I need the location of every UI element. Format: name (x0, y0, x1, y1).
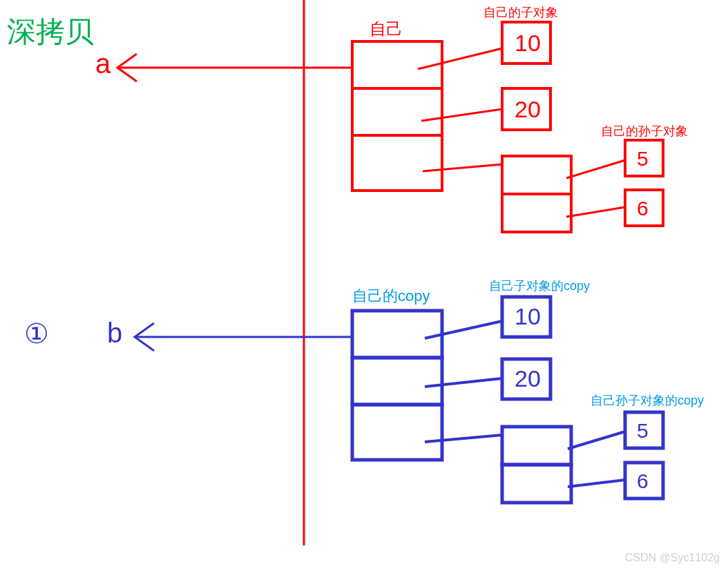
b-nested-cell-0 (502, 427, 571, 465)
b-link-child-0 (425, 321, 502, 338)
a-self-cell-2 (352, 135, 442, 191)
a-self-cell-0 (352, 41, 442, 88)
b-link-grand-0 (568, 432, 625, 449)
a-child-header: 自己的子对象 (483, 4, 558, 21)
a-self-cell-1 (352, 88, 442, 135)
b-grand-1-text: 6 (637, 470, 649, 492)
diagram-title: 深拷贝 (7, 12, 94, 51)
var-a-label: a (95, 48, 111, 79)
b-grand-header: 自己孙子对象的copy (591, 392, 704, 409)
b-self-cell-1 (352, 358, 442, 405)
a-link-child-0 (418, 48, 502, 69)
b-self-cell-0 (352, 311, 442, 358)
b-grand-0-text: 5 (637, 419, 649, 442)
a-link-child-1 (421, 109, 502, 121)
watermark: CSDN @Syc1102g (625, 552, 720, 564)
b-child-1-text: 20 (515, 365, 541, 391)
a-link-nested (423, 164, 502, 171)
a-child-1-text: 20 (515, 96, 541, 122)
b-self-cell-2 (352, 405, 442, 460)
a-link-grand-0 (566, 160, 625, 178)
b-link-nested (425, 435, 502, 442)
b-child-header: 自己子对象的copy (489, 278, 590, 294)
a-self-header: 自己 (370, 18, 403, 40)
a-link-grand-1 (566, 207, 625, 217)
a-child-0-text: 10 (515, 30, 541, 56)
a-grand-0-text: 5 (637, 147, 649, 170)
var-b-label: b (107, 318, 122, 349)
a-nested-cell-0 (502, 156, 571, 194)
a-nested-cell-1 (502, 194, 571, 232)
b-link-child-1 (425, 378, 502, 387)
b-child-0-text: 10 (515, 303, 541, 329)
b-self-header: 自己的copy (352, 286, 430, 307)
a-grand-header: 自己的孙子对象 (601, 123, 688, 139)
b-link-grand-1 (568, 480, 625, 487)
a-grand-1-text: 6 (637, 197, 649, 220)
step-marker: ① (24, 318, 49, 349)
b-nested-cell-1 (502, 465, 571, 503)
